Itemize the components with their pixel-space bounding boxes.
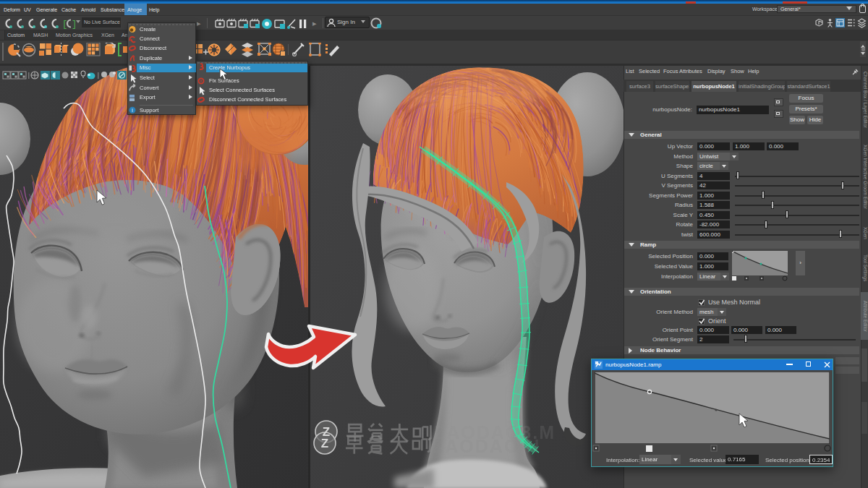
svg-text:ZAODAO.N: ZAODAO.N: [433, 436, 540, 456]
svg-text:▸: ▸: [312, 19, 317, 27]
svg-text:Z: Z: [321, 437, 328, 450]
